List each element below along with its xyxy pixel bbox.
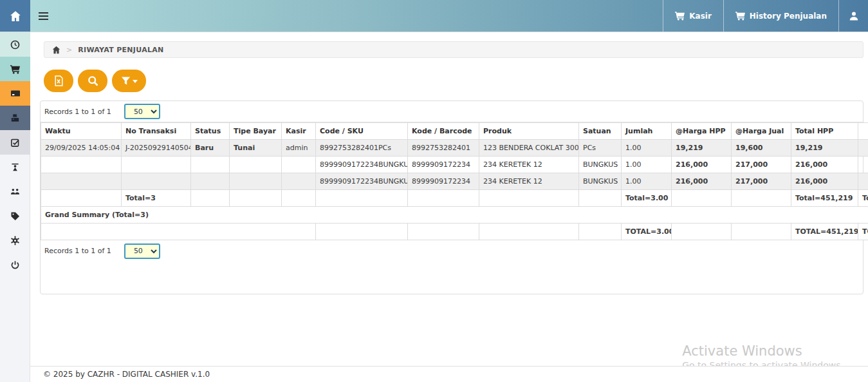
table-header-row: Waktu No Transaksi Status Tipe Bayar Kas… xyxy=(41,123,868,140)
page-size-select[interactable]: 50 xyxy=(124,104,160,119)
sidebar-item-logout[interactable] xyxy=(0,253,30,277)
gear-icon xyxy=(10,236,20,245)
column-header: Total HPP xyxy=(791,123,858,140)
cell-kode-barcode: 8992753282401 xyxy=(408,140,479,157)
clock-icon xyxy=(10,40,20,50)
filter-icon xyxy=(121,76,131,86)
sidebar-item-settings[interactable] xyxy=(0,228,30,253)
table-row: 8999909172234BUNGKUS 8999909172234 234 K… xyxy=(41,157,868,173)
grand-cell xyxy=(41,224,316,240)
home-button[interactable] xyxy=(0,0,30,32)
column-header: Status xyxy=(191,123,230,140)
cell-clipped xyxy=(858,157,868,173)
top-navbar: Kasir History Penjualan xyxy=(0,0,868,32)
cell-harga-jual: 217,000 xyxy=(732,173,791,190)
total-cell xyxy=(732,190,791,207)
total-clipped: Tot xyxy=(858,190,868,207)
cell-waktu: 29/09/2025 14:05:04 xyxy=(41,140,122,157)
cell-kasir xyxy=(282,173,316,190)
records-count-label: Records 1 to 1 of 1 xyxy=(44,108,111,116)
menu-icon xyxy=(39,12,48,20)
column-header xyxy=(858,123,868,140)
cell-kode-barcode: 8999909172234 xyxy=(408,157,479,173)
total-cell xyxy=(316,190,408,207)
column-header: Kasir xyxy=(282,123,316,140)
export-excel-button[interactable] xyxy=(44,70,73,92)
cash-register-icon xyxy=(10,113,20,123)
results-panel: Records 1 to 1 of 1 50 Waktu No Transaks… xyxy=(40,100,863,294)
total-cell xyxy=(230,190,282,207)
nav-item-label: Kasir xyxy=(689,12,712,21)
excel-file-icon xyxy=(53,75,64,86)
page-title: RIWAYAT PENJUALAN xyxy=(78,46,163,54)
grand-cell xyxy=(732,224,791,240)
column-header: @Harga Jual xyxy=(732,123,791,140)
filter-button[interactable] xyxy=(112,70,146,92)
column-header: Code / SKU xyxy=(316,123,408,140)
home-icon xyxy=(10,10,21,22)
cell-harga-jual: 217,000 xyxy=(732,157,791,173)
column-header: Satuan xyxy=(579,123,622,140)
grand-total-clipped: TO xyxy=(858,224,868,240)
column-header: Kode / Barcode xyxy=(408,123,479,140)
sales-history-table: Waktu No Transaksi Status Tipe Bayar Kas… xyxy=(41,122,868,240)
tag-icon xyxy=(10,211,20,221)
sidebar-item-riwayat-penjualan-active[interactable] xyxy=(0,81,30,106)
grand-cell xyxy=(579,224,622,240)
nav-item-label: History Penjualan xyxy=(750,12,827,21)
cell-no-transaksi xyxy=(122,173,191,190)
sidebar-item-register[interactable] xyxy=(0,106,30,130)
grand-summary-row: TOTAL=3.00 TOTAL=451,219 TO xyxy=(41,224,868,240)
cell-kasir: admin xyxy=(282,140,316,157)
grand-summary-label-row: Grand Summary (Total=3) xyxy=(41,207,868,224)
cell-satuan: BUNGKUS xyxy=(579,157,622,173)
home-icon[interactable] xyxy=(52,46,60,54)
copyright-text: © 2025 by CAZHR - DIGITAL CASHIER v.1.0 xyxy=(43,370,210,379)
cell-tipe-bayar: Tunai xyxy=(230,140,282,157)
cell-satuan: BUNGKUS xyxy=(579,173,622,190)
cell-harga-hpp: 216,000 xyxy=(672,157,732,173)
records-bar-bottom: Records 1 to 1 of 1 50 xyxy=(41,240,863,262)
cell-total-hpp: 19,219 xyxy=(791,140,858,157)
cell-waktu xyxy=(41,173,122,190)
nav-item-history-penjualan[interactable]: History Penjualan xyxy=(723,0,838,32)
user-menu-button[interactable] xyxy=(838,0,868,32)
records-bar-top: Records 1 to 1 of 1 50 xyxy=(41,101,863,122)
total-cell xyxy=(479,190,579,207)
person-podium-icon xyxy=(10,162,20,172)
sidebar-item-checklist[interactable] xyxy=(0,130,30,155)
page-size-select[interactable]: 50 xyxy=(124,244,160,259)
grand-cell xyxy=(316,224,408,240)
main-content: > RIWAYAT PENJUALAN Records 1 to 1 of 1 … xyxy=(30,33,868,382)
sidebar-item-dashboard[interactable] xyxy=(0,32,30,57)
cell-clipped xyxy=(858,140,868,157)
records-count-label: Records 1 to 1 of 1 xyxy=(44,247,111,255)
total-cell xyxy=(579,190,622,207)
sidebar-item-tags[interactable] xyxy=(0,204,30,228)
cell-waktu xyxy=(41,157,122,173)
table-total-row: Total=3 Total=3.00 Total=451,219 Tot xyxy=(41,190,868,207)
sidebar-item-kasir[interactable] xyxy=(0,57,30,81)
navbar-spacer xyxy=(57,0,663,32)
cell-clipped xyxy=(858,173,868,190)
sidebar-item-users[interactable] xyxy=(0,179,30,204)
user-icon xyxy=(849,11,859,21)
cell-jumlah: 1.00 xyxy=(622,140,672,157)
nav-item-kasir[interactable]: Kasir xyxy=(663,0,723,32)
search-button[interactable] xyxy=(78,70,107,92)
column-header: Jumlah xyxy=(622,123,672,140)
cell-harga-hpp: 19,219 xyxy=(672,140,732,157)
table-row: 29/09/2025 14:05:04 J-20250929140504 Bar… xyxy=(41,140,868,157)
sidebar-item-staff[interactable] xyxy=(0,155,30,179)
cell-status xyxy=(191,173,230,190)
cell-no-transaksi xyxy=(122,157,191,173)
column-header: Produk xyxy=(479,123,579,140)
cart-icon xyxy=(10,64,20,74)
cell-code-sku: 8999909172234BUNGKUS xyxy=(316,173,408,190)
column-header: No Transaksi xyxy=(122,123,191,140)
cell-status: Baru xyxy=(191,140,230,157)
sidebar-toggle-button[interactable] xyxy=(30,0,57,32)
grand-cell xyxy=(672,224,732,240)
breadcrumb-separator: > xyxy=(66,46,72,54)
cell-produk: 234 KERETEK 12 xyxy=(479,157,579,173)
